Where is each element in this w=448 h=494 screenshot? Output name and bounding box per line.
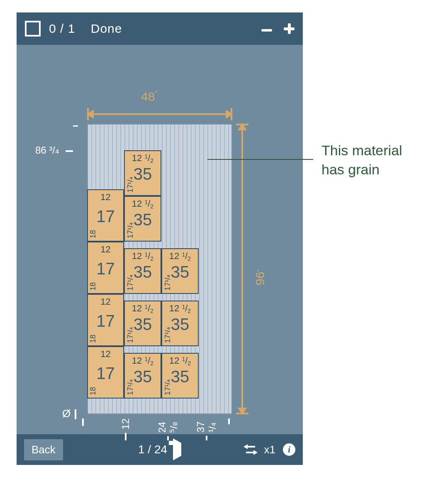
cut-piece[interactable]: 12 1/2 35 17¹/₄ — [124, 196, 161, 242]
x-tick-12: 12 — [120, 418, 131, 440]
annotation-text: This material has grain — [321, 141, 402, 179]
page-indicator: 1 / 24 — [138, 443, 167, 456]
cut-piece[interactable]: 12 1/2 35 17¹/₄ — [124, 353, 161, 399]
cut-piece[interactable]: 12 17 18 — [87, 242, 124, 294]
x-tick — [82, 418, 84, 426]
cut-piece[interactable]: 12 1/2 35 17¹/₄ — [161, 353, 199, 399]
cut-piece[interactable]: 12 1/2 35 17¹/₄ — [124, 150, 161, 196]
info-icon: i — [288, 444, 290, 455]
progress-count: 0 / 1 — [49, 22, 75, 35]
done-checkbox[interactable] — [25, 21, 41, 37]
top-bar: 0 / 1 Done — [17, 12, 303, 45]
rotate-button[interactable] — [244, 444, 257, 455]
x-tick-37-14: 37 ¹/₄ — [195, 418, 218, 440]
arrow-right-icon — [173, 438, 181, 460]
pager: 1 / 24 — [138, 443, 181, 456]
sheet-height-label: 96" — [253, 269, 267, 286]
back-button[interactable]: Back — [24, 439, 63, 460]
y-tick-waste: 86 ³/₄ — [35, 144, 73, 156]
progress-status: 0 / 1 Done — [49, 22, 122, 36]
cut-piece[interactable]: 12 17 18 — [87, 294, 124, 346]
x-tick — [228, 418, 230, 424]
zoom-plus-button[interactable] — [284, 23, 295, 34]
info-button[interactable]: i — [283, 443, 295, 456]
cut-piece[interactable]: 12 1/2 35 17¹/₄ — [124, 248, 161, 294]
cut-piece[interactable]: 12 1/2 35 17¹/₄ — [124, 301, 161, 346]
done-label: Done — [91, 22, 122, 35]
swap-icon — [243, 444, 248, 449]
app-frame: 0 / 1 Done 48" 96" 86 ³/₄ Ø — [17, 12, 303, 465]
cut-piece[interactable]: 12 1/2 35 17¹/₄ — [161, 301, 199, 346]
next-page-button[interactable] — [173, 443, 181, 456]
cut-piece[interactable]: 12 17 18 — [87, 346, 124, 399]
plus-icon — [284, 23, 295, 34]
zoom-minus-button[interactable] — [261, 23, 272, 34]
sheet-width-dimension — [87, 110, 232, 118]
cut-piece[interactable]: 12 17 18 — [87, 189, 124, 242]
annotation-leader-line — [207, 159, 313, 160]
y-tick-zero: Ø — [62, 407, 76, 420]
cut-diagram-canvas[interactable]: 48" 96" 86 ³/₄ Ø 12 17 18 12 1 — [17, 45, 303, 434]
x-tick-24-58: 24 ⁵/₈ — [156, 418, 180, 440]
y-tick-top — [70, 120, 78, 131]
sheet-height-dimension — [239, 124, 246, 414]
cut-piece[interactable]: 12 1/2 35 17¹/₄ — [161, 248, 199, 294]
minus-icon — [261, 29, 272, 32]
sheet-width-label: 48" — [141, 90, 158, 104]
quantity-label: x1 — [264, 443, 275, 456]
stock-sheet[interactable]: 12 17 18 12 17 18 12 17 18 12 17 18 12 1 — [87, 124, 232, 414]
